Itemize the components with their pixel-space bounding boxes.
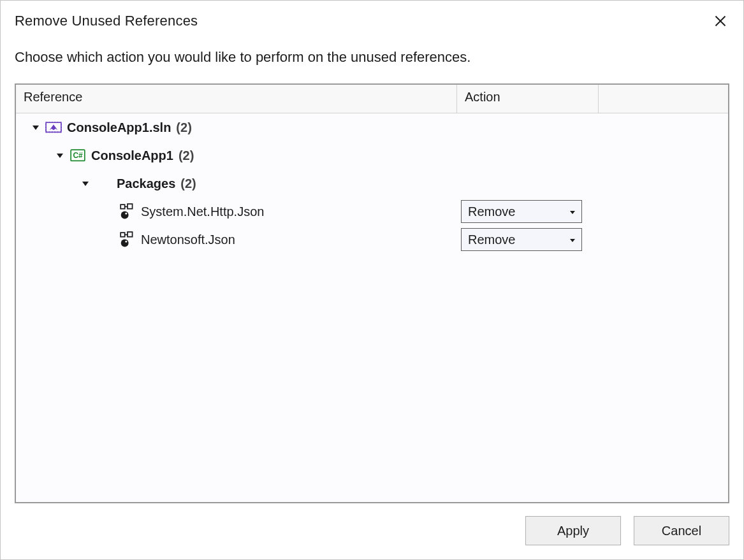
- package-icon: [119, 204, 136, 219]
- action-select[interactable]: Remove: [461, 228, 582, 251]
- close-icon: [714, 15, 727, 27]
- svg-marker-2: [33, 126, 39, 130]
- column-header-spacer: [599, 85, 728, 113]
- svg-rect-10: [120, 205, 125, 209]
- package-name: System.Net.Http.Json: [141, 205, 264, 219]
- tree-row-packages[interactable]: Packages (2): [16, 169, 728, 197]
- close-button[interactable]: [711, 12, 729, 30]
- csharp-project-icon: C#: [69, 148, 86, 163]
- caret-down-icon: [569, 205, 576, 219]
- svg-marker-5: [57, 154, 63, 158]
- column-header-reference[interactable]: Reference: [16, 85, 457, 113]
- column-header-action[interactable]: Action: [457, 85, 599, 113]
- package-name: Newtonsoft.Json: [141, 233, 235, 247]
- svg-point-13: [125, 213, 127, 215]
- project-count: (2): [179, 148, 194, 163]
- dialog-instructions: Choose which action you would like to pe…: [15, 49, 729, 66]
- svg-point-18: [121, 239, 129, 247]
- svg-marker-20: [570, 239, 575, 242]
- title-bar: Remove Unused References: [15, 12, 729, 30]
- expander-packages[interactable]: [81, 179, 90, 188]
- package-icon: [119, 232, 136, 247]
- svg-rect-15: [128, 232, 133, 237]
- cancel-button[interactable]: Cancel: [634, 516, 729, 545]
- chevron-down-icon: [82, 180, 89, 187]
- expander-solution[interactable]: [31, 123, 40, 132]
- svg-rect-16: [120, 233, 125, 237]
- action-select-value: Remove: [468, 233, 515, 247]
- packages-node-icon: [95, 176, 112, 191]
- svg-marker-8: [82, 182, 89, 186]
- tree-row-package[interactable]: Newtonsoft.Json Remove: [16, 226, 728, 254]
- tree-row-project[interactable]: C# ConsoleApp1 (2): [16, 141, 728, 169]
- tree-row-solution[interactable]: ConsoleApp1.sln (2): [16, 113, 728, 141]
- svg-rect-9: [128, 204, 133, 209]
- references-grid: Reference Action: [15, 83, 729, 503]
- tree-row-package[interactable]: System.Net.Http.Json Remove: [16, 197, 728, 226]
- caret-down-icon: [569, 233, 576, 247]
- chevron-down-icon: [56, 152, 64, 159]
- solution-label: ConsoleApp1.sln: [67, 120, 171, 135]
- solution-count: (2): [176, 120, 191, 135]
- expander-project[interactable]: [55, 151, 64, 160]
- svg-marker-14: [570, 211, 575, 214]
- packages-label: Packages: [117, 176, 175, 191]
- packages-count: (2): [180, 176, 196, 191]
- chevron-down-icon: [32, 124, 40, 131]
- dialog-title: Remove Unused References: [15, 13, 198, 29]
- svg-point-12: [121, 211, 129, 219]
- dialog-footer: Apply Cancel: [15, 516, 729, 545]
- svg-point-19: [125, 241, 127, 243]
- grid-body[interactable]: ConsoleApp1.sln (2) C#: [16, 113, 728, 502]
- action-select[interactable]: Remove: [461, 200, 582, 223]
- svg-text:C#: C#: [73, 151, 83, 160]
- solution-icon: [45, 120, 62, 135]
- grid-header: Reference Action: [16, 85, 728, 113]
- remove-unused-references-dialog: Remove Unused References Choose which ac…: [0, 0, 744, 560]
- project-label: ConsoleApp1: [91, 148, 173, 163]
- action-select-value: Remove: [468, 205, 515, 219]
- apply-button[interactable]: Apply: [525, 516, 621, 545]
